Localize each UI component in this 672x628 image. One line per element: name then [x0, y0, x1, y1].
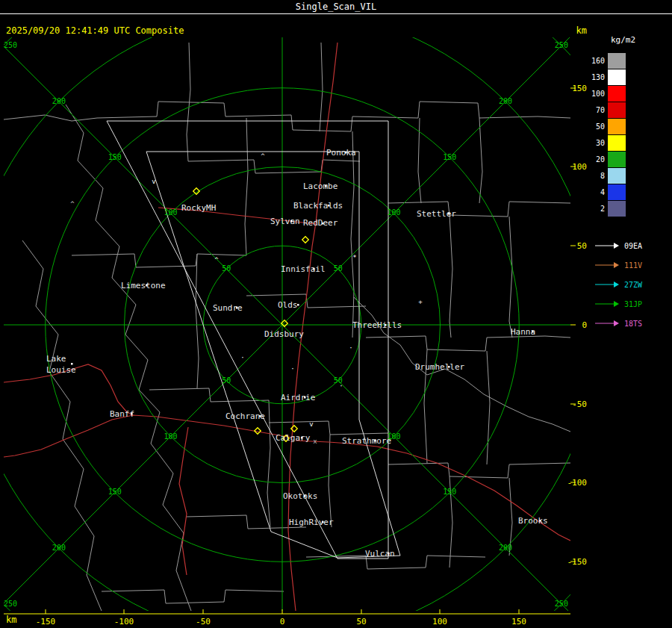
- colorbar-row: 70: [587, 102, 626, 118]
- colorbar-swatch: [608, 119, 626, 134]
- legend-row: 31JP: [594, 294, 642, 314]
- town-label: Strathmore: [342, 436, 391, 446]
- right-axis-tick-label: 100: [572, 162, 587, 172]
- map-mark: +: [418, 298, 423, 305]
- colorbar: 16013010070503020842: [587, 52, 626, 217]
- range-ring-label: 50: [222, 264, 231, 273]
- legend-arrow-head: [614, 262, 619, 268]
- legend-arrow-head: [614, 243, 619, 249]
- legend-arrow-icon: [594, 261, 620, 270]
- colorbar-swatch: [608, 184, 626, 200]
- colorbar-value: 2: [587, 205, 605, 213]
- range-ring-label: 250: [555, 600, 568, 608]
- colorbar-swatch: [608, 168, 626, 184]
- map-mark: ·: [290, 365, 294, 373]
- legend-row: 09EA: [594, 236, 642, 255]
- county-boundary: [245, 118, 248, 255]
- county-boundary: [267, 400, 270, 527]
- range-ring-label: 100: [164, 208, 177, 217]
- town-label: Limestone: [121, 281, 166, 290]
- county-boundary: [72, 254, 246, 267]
- bottom-axis-tick-label: -50: [196, 617, 211, 627]
- colorbar-value: 4: [587, 188, 605, 196]
- map-layer: 5050505010010010010015015015015020020020…: [0, 0, 672, 628]
- colorbar-swatch: [608, 53, 626, 69]
- range-ring-label: 250: [555, 41, 568, 49]
- bottom-axis-tick-label: -100: [114, 617, 134, 627]
- colorbar-unit: kg/m2: [611, 35, 635, 45]
- bottom-axis-tick-label: 0: [280, 617, 285, 627]
- county-boundary: [366, 336, 570, 351]
- town-label: RockyMH: [181, 203, 216, 213]
- legend-arrow-head: [614, 301, 619, 307]
- colorbar-row: 8: [587, 167, 626, 184]
- colorbar-swatch: [608, 152, 626, 167]
- range-ring-label: 200: [499, 544, 512, 552]
- colorbar-row: 2: [587, 200, 626, 217]
- range-ring-label: 250: [4, 600, 17, 608]
- legend-radar-id: 18TS: [624, 320, 642, 328]
- town-label: Olds: [278, 300, 298, 310]
- range-ring-label: 200: [52, 97, 66, 105]
- town-label: Lacombe: [303, 181, 337, 191]
- right-axis-tick-label: 50: [577, 241, 587, 251]
- town-label: HighRiver: [289, 517, 334, 527]
- range-ring-label: 200: [499, 97, 512, 105]
- azimuth-line: [0, 325, 282, 621]
- county-boundary: [487, 351, 490, 464]
- legend-arrow-icon: [594, 280, 620, 289]
- map-mark: ·: [349, 344, 352, 352]
- right-axis-tick-label: -100: [567, 478, 588, 488]
- highway-line: [179, 427, 188, 575]
- town-label: Banff: [110, 409, 134, 419]
- colorbar-value: 70: [587, 106, 605, 114]
- legend-arrow-head: [614, 320, 619, 326]
- colorbar-value: 30: [587, 139, 605, 147]
- radar-town-marker: [302, 237, 308, 243]
- radar-window: Single_Scan_VIL 2025/09/20 12:41:49 UTC …: [0, 0, 672, 628]
- colorbar-row: 4: [587, 184, 626, 200]
- right-axis-tick-label: 150: [572, 84, 587, 93]
- colorbar-swatch: [608, 102, 626, 118]
- county-boundary: [196, 254, 199, 388]
- map-mark: *: [352, 254, 356, 261]
- town-label: Lake: [46, 354, 66, 364]
- colorbar-swatch: [608, 86, 626, 102]
- county-boundary: [22, 240, 102, 611]
- town-label: Sylvan: [270, 217, 300, 226]
- map-canvas: 5050505010010010010015015015015020020020…: [0, 0, 672, 628]
- county-boundary: [306, 556, 485, 569]
- colorbar-row: 130: [587, 69, 626, 85]
- radar-legend: 09EA111V27ZW31JP18TS: [594, 236, 642, 333]
- colorbar-value: 100: [587, 90, 605, 98]
- legend-row: 18TS: [594, 314, 642, 333]
- town-label: Stettler: [417, 209, 456, 219]
- legend-radar-id: 111V: [624, 261, 642, 270]
- range-ring-label: 250: [4, 41, 17, 49]
- town-label: Louise: [46, 365, 76, 375]
- bottom-axis-tick-label: 100: [432, 617, 447, 627]
- range-ring-label: 50: [334, 264, 343, 273]
- legend-radar-id: 27ZW: [624, 281, 642, 289]
- colorbar-row: 160: [587, 52, 626, 69]
- map-mark: ·: [339, 382, 343, 390]
- colorbar-swatch: [608, 135, 626, 151]
- map-mark: ^: [261, 152, 265, 160]
- right-axis-tick-label: -50: [572, 400, 587, 409]
- county-boundary: [479, 118, 482, 203]
- range-ring-label: 200: [52, 544, 66, 552]
- town-label: Ponoka: [326, 148, 356, 158]
- town-label: RedDeer: [303, 218, 338, 228]
- azimuth-line: [282, 29, 578, 325]
- county-boundary: [388, 463, 570, 478]
- range-ring-label: 150: [108, 488, 122, 496]
- map-mark: v: [152, 178, 155, 185]
- map-mark: ^: [214, 256, 219, 264]
- county-boundary: [4, 115, 97, 121]
- county-boundary: [97, 102, 570, 131]
- colorbar-row: 30: [587, 134, 626, 151]
- colorbar-row: 50: [587, 118, 626, 134]
- town-label: Blackfalds: [293, 201, 343, 211]
- range-ring-label: 50: [222, 376, 231, 385]
- legend-arrow-icon: [594, 319, 620, 328]
